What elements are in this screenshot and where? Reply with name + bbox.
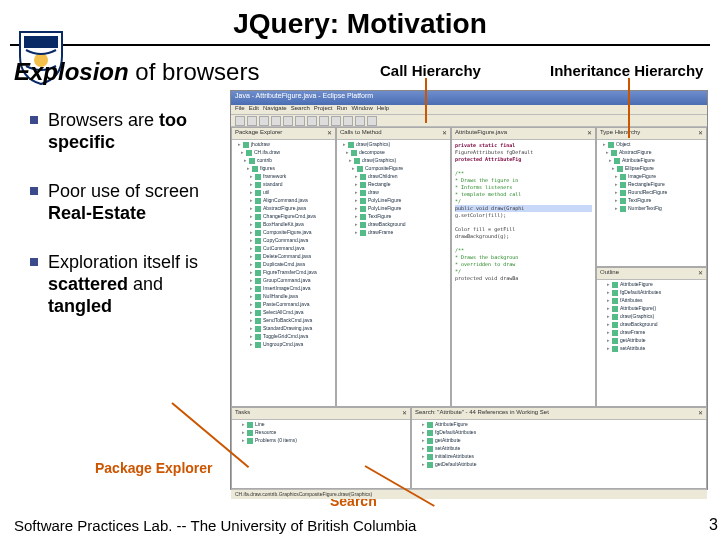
tree-item: AlignCommand.java xyxy=(232,196,335,204)
ide-screenshot: Java - AttributeFigure.java - Eclipse Pl… xyxy=(230,90,708,490)
outline-panel: Outline✕ AttributeFigurefgDefaultAttribu… xyxy=(596,267,707,407)
code-line: */ xyxy=(455,268,592,275)
menu-item: Project xyxy=(314,105,333,114)
page-number: 3 xyxy=(709,516,718,534)
tree-item: RoundRectFigure xyxy=(597,188,706,196)
tree-item: ImageFigure xyxy=(597,172,706,180)
tree-item: Line xyxy=(232,420,410,428)
tree-item: drawBackground xyxy=(337,220,450,228)
tree-item: getAttribute xyxy=(597,336,706,344)
code-line: * template method call xyxy=(455,191,592,198)
code-line: protected void drawBa xyxy=(455,275,592,282)
tree-item: PolyLineFigure xyxy=(337,204,450,212)
tree-item: framework xyxy=(232,172,335,180)
bullet-item: Browsers are too specific xyxy=(30,110,215,153)
tree-item: FigureTransferCmd.java xyxy=(232,268,335,276)
code-line: /** xyxy=(455,247,592,254)
tree-item: standard xyxy=(232,180,335,188)
tree-item: draw xyxy=(337,188,450,196)
label-call-hierarchy: Call Hierarchy xyxy=(380,62,481,79)
footer: Software Practices Lab. -- The Universit… xyxy=(14,517,416,534)
tree-item: draw(Graphics) xyxy=(337,156,450,164)
tree-item: initializeAttributes xyxy=(412,452,706,460)
tree-item: CopyCommand.java xyxy=(232,236,335,244)
tree-item: SendToBackCmd.java xyxy=(232,316,335,324)
tree-item: AbstractFigure.java xyxy=(232,204,335,212)
subtitle: Explosion of browsers xyxy=(14,58,259,86)
bullet-item: Poor use of screen Real-Estate xyxy=(30,181,215,224)
tree-item: InsertImageCmd.java xyxy=(232,284,335,292)
code-line xyxy=(455,240,592,247)
slide-title: JQuery: Motivation xyxy=(0,0,720,44)
tree-item: figures xyxy=(232,164,335,172)
code-line: FigureAttributes fgDefault xyxy=(455,149,592,156)
tree-item: TextFigure xyxy=(337,212,450,220)
pointer-inheritance xyxy=(628,78,630,138)
menu-item: File xyxy=(235,105,245,114)
tree-item: Object xyxy=(597,140,706,148)
tree-item: AttributeFigure xyxy=(412,420,706,428)
inheritance-hierarchy-panel: Type Hierarchy✕ ObjectAbstractFigureAttr… xyxy=(596,127,707,267)
pointer-call xyxy=(425,78,427,123)
tree-item: jhotdraw xyxy=(232,140,335,148)
tree-item: TextFigure xyxy=(597,196,706,204)
tree-item: decompose xyxy=(337,148,450,156)
ide-menubar: FileEditNavigateSearchProjectRunWindowHe… xyxy=(231,105,707,115)
label-inheritance-hierarchy: Inheritance Hierarchy xyxy=(550,62,703,79)
tree-item: DuplicateCmd.java xyxy=(232,260,335,268)
tree-item: StandardDrawing.java xyxy=(232,324,335,332)
divider xyxy=(10,44,710,46)
tree-item: drawFrame xyxy=(597,328,706,336)
bullet-item: Exploration itself is scattered and tang… xyxy=(30,252,215,317)
tree-item: RectangleFigure xyxy=(597,180,706,188)
ide-statusbar: CH.ifa.draw.contrib.GraphicsCompositeFig… xyxy=(231,489,707,499)
code-line: * overridden to draw xyxy=(455,261,592,268)
tree-item: CH.ifa.draw xyxy=(232,148,335,156)
code-line: public void draw(Graphi xyxy=(455,205,592,212)
tree-item: draw(Graphics) xyxy=(597,312,706,320)
menu-item: Navigate xyxy=(263,105,287,114)
tree-item: drawFrame xyxy=(337,228,450,236)
tree-item: AttributeFigure xyxy=(597,280,706,288)
tree-item: NumberTextFig xyxy=(597,204,706,212)
code-line: /** xyxy=(455,170,592,177)
tree-item: NullHandle.java xyxy=(232,292,335,300)
tree-item: fgDefaultAttributes xyxy=(412,428,706,436)
bullet-list: Browsers are too specific Poor use of sc… xyxy=(30,110,215,345)
code-line: */ xyxy=(455,198,592,205)
tree-item: CutCommand.java xyxy=(232,244,335,252)
call-hierarchy-panel: Calls to Method✕ draw(Graphics)decompose… xyxy=(336,127,451,407)
tree-item: AttributeFigure() xyxy=(597,304,706,312)
tree-item: drawBackground xyxy=(597,320,706,328)
tree-item: Problems (0 items) xyxy=(232,436,410,444)
tree-item: getAttribute xyxy=(412,436,706,444)
tree-item: PasteCommand.java xyxy=(232,300,335,308)
code-line: protected AttributeFig xyxy=(455,156,592,163)
code-line: * Informs listeners xyxy=(455,184,592,191)
subtitle-rest: of browsers xyxy=(135,58,259,85)
menu-item: Run xyxy=(336,105,347,114)
tree-item: setAttribute xyxy=(412,444,706,452)
tree-item: contrib xyxy=(232,156,335,164)
code-line: * Draws the figure in xyxy=(455,177,592,184)
tree-item: GroupCommand.java xyxy=(232,276,335,284)
subtitle-emphasis: Explosion xyxy=(14,58,129,85)
tree-item: CompositeFigure xyxy=(337,164,450,172)
label-package-explorer: Package Explorer xyxy=(95,460,213,476)
code-line xyxy=(455,219,592,226)
tree-item: CompositeFigure.java xyxy=(232,228,335,236)
tree-item: SelectAllCmd.java xyxy=(232,308,335,316)
code-line: * Draws the backgroun xyxy=(455,254,592,261)
package-explorer-panel: Package Explorer✕ jhotdrawCH.ifa.drawcon… xyxy=(231,127,336,407)
menu-item: Edit xyxy=(249,105,259,114)
tree-item: setAttribute xyxy=(597,344,706,352)
tree-item: ChangeFigureCmd.java xyxy=(232,212,335,220)
code-line: private static final xyxy=(455,142,592,149)
menu-item: Help xyxy=(377,105,389,114)
tree-item: ToggleGridCmd.java xyxy=(232,332,335,340)
editor-panel: AttributeFigure.java✕ private static fin… xyxy=(451,127,596,407)
tree-item: fAttributes xyxy=(597,296,706,304)
menu-item: Window xyxy=(351,105,372,114)
tree-item: UngroupCmd.java xyxy=(232,340,335,348)
svg-rect-0 xyxy=(24,36,58,48)
